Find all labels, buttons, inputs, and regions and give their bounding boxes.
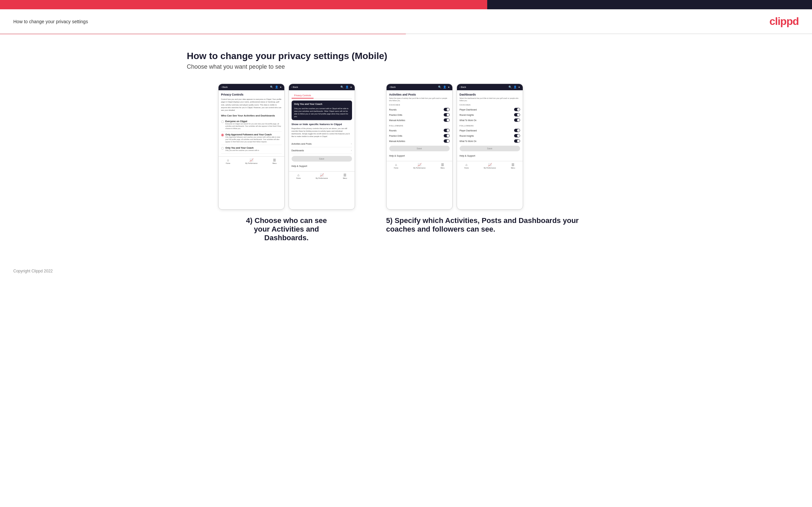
chevron-right-icon-activities: ›: [351, 143, 352, 145]
menu-hamburger-icon: ☰: [273, 158, 276, 162]
toggle-followers-manual[interactable]: Manual Activities: [389, 138, 450, 144]
coaches-manual-label: Manual Activities: [389, 119, 405, 121]
privacy-controls-desc: Control how you and your data appears to…: [221, 98, 282, 111]
bottom-nav-performance-3[interactable]: 📈 My Performance: [413, 163, 426, 169]
search-icon-3[interactable]: 🔍: [438, 86, 441, 89]
menu-icon[interactable]: ●: [280, 86, 282, 89]
radio-desc-everyone: Everyone on Clippd can search for you an…: [225, 123, 282, 130]
back-button-2[interactable]: ‹ Back: [292, 86, 298, 88]
phone-2: ‹ Back 🔍 👤 ● Privacy Controls: [289, 83, 355, 210]
list-item-dashboards[interactable]: Dashboards ›: [292, 147, 352, 154]
menu-hamburger-icon-2: ☰: [343, 173, 346, 177]
back-button-3[interactable]: ‹ Back: [389, 86, 396, 88]
followers-player-dash-label: Player Dashboard: [460, 129, 477, 132]
back-button-1[interactable]: ‹ Back: [221, 86, 228, 88]
toggle-followers-drills-switch[interactable]: [444, 134, 450, 137]
radio-option-youcoach[interactable]: Only You and Your Coach Only you and the…: [221, 145, 282, 154]
toggle-coaches-drills-switch[interactable]: [444, 113, 450, 116]
back-button-4[interactable]: ‹ Back: [460, 86, 466, 88]
toggle-coaches-drills[interactable]: Practice Drills: [389, 112, 450, 117]
performance-icon-2: 📈: [320, 173, 324, 177]
toggle-followers-what-to-work[interactable]: What To Work On: [460, 138, 520, 144]
save-button-4[interactable]: Save: [460, 146, 520, 151]
toggle-coaches-manual-switch[interactable]: [444, 118, 450, 122]
phone-3: ‹ Back 🔍 👤 ● Activities and Posts Select…: [386, 83, 453, 210]
radio-label-youcoach: Only You and Your Coach: [225, 147, 282, 149]
profile-icon-4[interactable]: 👤: [513, 86, 517, 89]
phone-3-content: Activities and Posts Select the types of…: [387, 90, 452, 161]
bottom-nav-menu-1[interactable]: ☰ Menu: [272, 158, 276, 164]
save-button-2[interactable]: Save: [292, 156, 352, 162]
toggle-coaches-manual[interactable]: Manual Activities: [389, 117, 450, 123]
phone-4-nav-icons: 🔍 👤 ●: [508, 86, 520, 89]
phone-1: ‹ Back 🔍 👤 ● Privacy Controls Control ho…: [218, 83, 285, 210]
radio-label-approved: Only Approved Followers and Your Coach: [225, 133, 282, 136]
toggle-followers-rounds-switch[interactable]: [444, 129, 450, 132]
toggle-followers-player-dash-switch[interactable]: [514, 129, 520, 132]
toggle-coaches-what-to-work[interactable]: What To Work On: [460, 117, 520, 123]
bottom-nav-menu-2[interactable]: ☰ Menu: [343, 173, 347, 179]
bottom-nav-menu-3[interactable]: ☰ Menu: [440, 163, 445, 169]
search-icon[interactable]: 🔍: [270, 86, 273, 89]
phone-3-nav-icons: 🔍 👤 ●: [438, 86, 450, 89]
list-item-activities[interactable]: Activities and Posts ›: [292, 141, 352, 147]
step5-caption: 5) Specify which Activities, Posts and D…: [386, 216, 586, 234]
toggle-coaches-what-to-work-switch[interactable]: [514, 118, 520, 122]
toggle-coaches-rounds-switch[interactable]: [444, 108, 450, 111]
toggle-coaches-player-dash[interactable]: Player Dashboard: [460, 107, 520, 112]
search-icon-4[interactable]: 🔍: [508, 86, 512, 89]
radio-option-everyone[interactable]: Everyone on Clippd Everyone on Clippd ca…: [221, 118, 282, 132]
radio-text-everyone: Everyone on Clippd Everyone on Clippd ca…: [225, 120, 282, 130]
performance-label-4: My Performance: [484, 167, 496, 169]
menu-icon-4[interactable]: ●: [518, 86, 520, 89]
toggle-followers-manual-switch[interactable]: [444, 139, 450, 143]
bottom-nav-home-4[interactable]: ⌂ Home: [464, 163, 469, 169]
menu-icon-3[interactable]: ●: [448, 86, 450, 89]
show-hide-desc: Regardless of the privacy controls that …: [292, 127, 352, 138]
profile-icon-3[interactable]: 👤: [443, 86, 446, 89]
search-icon-2[interactable]: 🔍: [341, 86, 344, 89]
activities-title: Activities and Posts: [389, 93, 450, 96]
home-icon-3: ⌂: [395, 163, 397, 167]
toggle-followers-what-to-work-switch[interactable]: [514, 139, 520, 143]
toggle-followers-round-insights[interactable]: Round Insights: [460, 133, 520, 138]
menu-icon-2[interactable]: ●: [350, 86, 352, 89]
chevron-right-icon-dashboards: ›: [351, 149, 352, 152]
toggle-coaches-rounds[interactable]: Rounds: [389, 107, 450, 112]
phone-2-content: Privacy Controls Only You and Your Coach…: [289, 90, 355, 171]
profile-icon[interactable]: 👤: [275, 86, 278, 89]
toggle-followers-player-dash[interactable]: Player Dashboard: [460, 128, 520, 133]
toggle-coaches-round-insights[interactable]: Round Insights: [460, 112, 520, 117]
home-label-2: Home: [296, 177, 301, 179]
top-bar: [0, 0, 812, 9]
toggle-coaches-player-dash-switch[interactable]: [514, 108, 520, 111]
tab-bar-phone-2: Privacy Controls: [292, 93, 352, 99]
radio-circle-youcoach: [221, 147, 224, 150]
radio-option-approved[interactable]: Only Approved Followers and Your Coach O…: [221, 132, 282, 145]
tab-privacy-controls[interactable]: Privacy Controls: [292, 93, 314, 99]
bottom-nav-menu-4[interactable]: ☰ Menu: [511, 163, 515, 169]
save-button-3[interactable]: Save: [389, 146, 450, 151]
phone-4-bottom-nav: ⌂ Home 📈 My Performance ☰ Menu: [457, 161, 523, 170]
toggle-followers-drills[interactable]: Practice Drills: [389, 133, 450, 138]
followers-label-4: FOLLOWERS: [460, 125, 520, 127]
profile-icon-2[interactable]: 👤: [345, 86, 349, 89]
phone-3-navbar: ‹ Back 🔍 👤 ●: [387, 84, 452, 90]
bottom-nav-performance-1[interactable]: 📈 My Performance: [245, 158, 258, 164]
followers-round-insights-label: Round Insights: [460, 135, 474, 137]
bottom-nav-performance-2[interactable]: 📈 My Performance: [316, 173, 328, 179]
coaches-drills-label: Practice Drills: [389, 114, 403, 116]
phone-2-nav-icons: 🔍 👤 ●: [341, 86, 352, 89]
performance-icon-4: 📈: [488, 163, 492, 167]
home-icon: ⌂: [227, 158, 229, 162]
radio-label-everyone: Everyone on Clippd: [225, 120, 282, 122]
bottom-nav-performance-4[interactable]: 📈 My Performance: [484, 163, 496, 169]
toggle-followers-rounds[interactable]: Rounds: [389, 128, 450, 133]
toggle-followers-round-insights-switch[interactable]: [514, 134, 520, 137]
bottom-nav-home-1[interactable]: ⌂ Home: [226, 158, 230, 164]
bottom-nav-home-3[interactable]: ⌂ Home: [394, 163, 398, 169]
toggle-coaches-round-insights-switch[interactable]: [514, 113, 520, 116]
phone-pair-right: ‹ Back 🔍 👤 ● Activities and Posts Select…: [386, 83, 523, 210]
coaches-what-to-work-label: What To Work On: [460, 119, 476, 121]
bottom-nav-home-2[interactable]: ⌂ Home: [296, 173, 301, 179]
